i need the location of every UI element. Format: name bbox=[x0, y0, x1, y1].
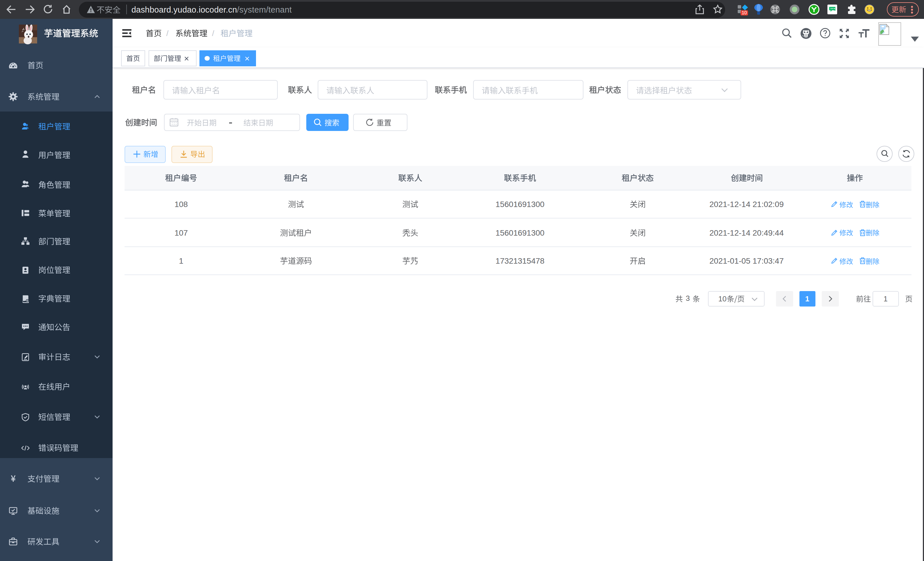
svg-text:10: 10 bbox=[742, 10, 747, 15]
